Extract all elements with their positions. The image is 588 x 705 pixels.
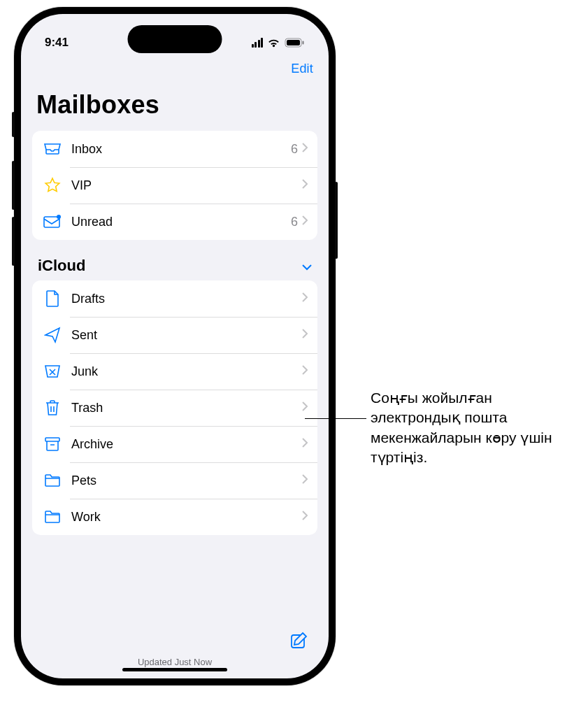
trash-icon [43, 399, 62, 417]
battery-icon [285, 38, 305, 48]
svg-rect-1 [287, 40, 300, 45]
page-title: Mailboxes [21, 78, 329, 128]
chevron-right-icon [302, 511, 308, 523]
drafts-icon [43, 290, 62, 308]
chevron-right-icon [302, 179, 308, 192]
chevron-right-icon [302, 438, 308, 450]
mailbox-label: Unread [71, 215, 291, 229]
phone-frame: 9:41 Edit Mailboxes Inbox 6 [14, 7, 336, 685]
star-icon [43, 176, 62, 194]
chevron-right-icon [302, 215, 308, 228]
inbox-icon [43, 140, 62, 158]
compose-button[interactable] [289, 631, 309, 653]
archive-icon [43, 435, 62, 453]
junk-icon [43, 362, 62, 380]
mailbox-inbox[interactable]: Inbox 6 [32, 131, 317, 167]
folder-junk[interactable]: Junk [32, 353, 317, 390]
unread-icon [43, 213, 62, 231]
screen: 9:41 Edit Mailboxes Inbox 6 [21, 14, 329, 678]
svg-rect-3 [44, 217, 59, 227]
folder-icon [43, 471, 62, 490]
folder-label: Junk [71, 364, 302, 379]
wifi-icon [267, 38, 280, 48]
folder-trash[interactable]: Trash [32, 390, 317, 426]
cellular-icon [252, 38, 264, 48]
svg-rect-2 [303, 41, 304, 45]
mailbox-unread[interactable]: Unread 6 [32, 204, 317, 240]
sent-icon [43, 326, 62, 344]
dynamic-island [128, 25, 222, 53]
chevron-right-icon [302, 143, 308, 155]
folder-sent[interactable]: Sent [32, 317, 317, 353]
mailbox-vip[interactable]: VIP [32, 167, 317, 204]
folder-label: Sent [71, 328, 302, 343]
callout-leader-line [305, 418, 366, 419]
sync-status: Updated Just Now [138, 657, 212, 667]
chevron-right-icon [302, 329, 308, 341]
callout-text: Соңғы жойылған электрондық пошта мекенжа… [371, 388, 573, 467]
chevron-right-icon [302, 292, 308, 305]
mailboxes-list: Inbox 6 VIP Unread 6 [32, 131, 317, 240]
folder-label: Pets [71, 473, 302, 488]
chevron-right-icon [302, 474, 308, 487]
account-folders-list: Drafts Sent Junk Tra [32, 280, 317, 535]
mailbox-count: 6 [291, 142, 298, 157]
chevron-right-icon [302, 365, 308, 378]
folder-pets[interactable]: Pets [32, 462, 317, 499]
mailbox-label: VIP [71, 178, 298, 193]
folder-icon [43, 508, 62, 526]
volume-down-button [12, 217, 15, 266]
folder-label: Drafts [71, 292, 302, 306]
svg-rect-5 [45, 438, 59, 441]
home-indicator [122, 668, 227, 671]
chevron-right-icon [302, 401, 308, 414]
chevron-down-icon [302, 257, 312, 275]
folder-label: Work [71, 510, 302, 525]
account-name: iCloud [38, 257, 85, 275]
mailbox-count: 6 [291, 215, 298, 229]
folder-label: Archive [71, 437, 302, 452]
svg-point-4 [57, 215, 61, 219]
edit-button[interactable]: Edit [291, 62, 313, 76]
side-button [12, 112, 15, 137]
power-button [335, 182, 338, 259]
folder-drafts[interactable]: Drafts [32, 280, 317, 317]
account-section-header[interactable]: iCloud [21, 250, 329, 278]
volume-up-button [12, 161, 15, 210]
mailbox-label: Inbox [71, 142, 291, 157]
nav-bar: Edit [21, 56, 329, 78]
folder-label: Trash [71, 401, 302, 415]
folder-work[interactable]: Work [32, 499, 317, 535]
status-time: 9:41 [45, 36, 69, 50]
folder-archive[interactable]: Archive [32, 426, 317, 462]
